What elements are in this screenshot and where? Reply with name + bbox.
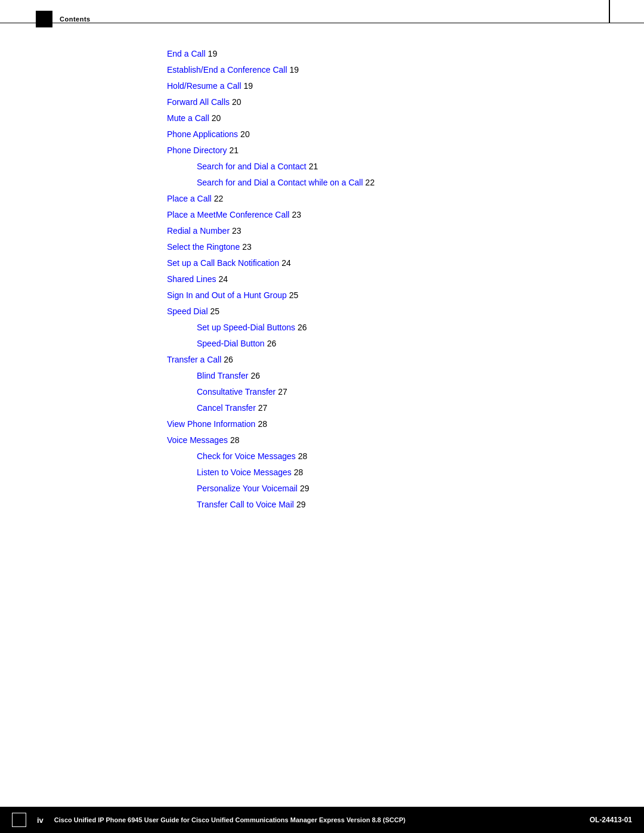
toc-page-listen-voice-messages: 28 (294, 467, 304, 477)
toc-link-establish-end-conference[interactable]: Establish/End a Conference Call (167, 65, 287, 75)
toc-link-sign-in-hunt[interactable]: Sign In and Out of a Hunt Group (167, 290, 287, 300)
toc-entry-phone-applications: Phone Applications20 (167, 128, 572, 141)
toc-page-shared-lines: 24 (219, 274, 228, 284)
toc-entry-select-ringtone: Select the Ringtone23 (167, 241, 572, 253)
toc-link-check-voice-messages[interactable]: Check for Voice Messages (197, 451, 296, 461)
toc-entry-search-dial-contact: Search for and Dial a Contact21 (197, 160, 572, 173)
toc-page-establish-end-conference: 19 (290, 65, 299, 75)
toc-entry-view-phone-info: View Phone Information28 (167, 418, 572, 431)
toc-link-personalize-voicemail[interactable]: Personalize Your Voicemail (197, 484, 298, 493)
toc-entry-check-voice-messages: Check for Voice Messages28 (197, 450, 572, 463)
toc-link-listen-voice-messages[interactable]: Listen to Voice Messages (197, 467, 292, 477)
toc-page-phone-directory: 21 (229, 145, 239, 155)
toc-page-voice-messages: 28 (230, 435, 240, 445)
toc-page-personalize-voicemail: 29 (300, 484, 309, 493)
toc-entry-voice-messages: Voice Messages28 (167, 434, 572, 447)
toc-link-place-meetme[interactable]: Place a MeetMe Conference Call (167, 210, 289, 219)
toc-page-check-voice-messages: 28 (298, 451, 308, 461)
toc-entry-transfer-a-call: Transfer a Call26 (167, 354, 572, 366)
toc-link-hold-resume[interactable]: Hold/Resume a Call (167, 81, 242, 91)
toc-page-place-a-call: 22 (214, 194, 224, 203)
footer-doc-number: OL-24413-01 (590, 816, 632, 824)
toc-entry-personalize-voicemail: Personalize Your Voicemail29 (197, 482, 572, 495)
toc-entry-blind-transfer: Blind Transfer26 (197, 370, 572, 382)
toc-page-speed-dial: 25 (210, 306, 220, 316)
toc-link-set-up-callback[interactable]: Set up a Call Back Notification (167, 258, 279, 268)
toc-entry-place-meetme: Place a MeetMe Conference Call23 (167, 209, 572, 221)
toc-page-mute-a-call: 20 (212, 113, 221, 123)
toc-entry-establish-end-conference: Establish/End a Conference Call19 (167, 64, 572, 76)
toc-page-blind-transfer: 26 (250, 371, 260, 380)
toc-link-shared-lines[interactable]: Shared Lines (167, 274, 216, 284)
toc-entry-redial-number: Redial a Number23 (167, 225, 572, 237)
toc-entry-speed-dial-button: Speed-Dial Button26 (197, 337, 572, 350)
toc-entry-consultative-transfer: Consultative Transfer27 (197, 386, 572, 398)
footer-document-title: Cisco Unified IP Phone 6945 User Guide f… (54, 816, 405, 823)
toc-entry-mute-a-call: Mute a Call20 (167, 112, 572, 125)
toc-entry-speed-dial: Speed Dial25 (167, 305, 572, 318)
toc-page-consultative-transfer: 27 (278, 387, 287, 397)
page-header: Contents (0, 11, 644, 27)
toc-page-redial-number: 23 (232, 226, 242, 236)
toc-page-search-dial-contact-oncall: 22 (366, 178, 375, 187)
toc-page-set-up-callback: 24 (281, 258, 291, 268)
toc-page-forward-all-calls: 20 (232, 97, 242, 107)
toc-link-transfer-a-call[interactable]: Transfer a Call (167, 355, 221, 364)
toc-page-sign-in-hunt: 25 (289, 290, 299, 300)
footer-page-number: iv (33, 815, 47, 826)
toc-entry-set-up-callback: Set up a Call Back Notification24 (167, 257, 572, 270)
toc-page-search-dial-contact: 21 (309, 162, 318, 171)
toc-entry-place-a-call: Place a Call22 (167, 193, 572, 205)
toc-link-search-dial-contact-oncall[interactable]: Search for and Dial a Contact while on a… (197, 178, 363, 187)
footer-black-square (12, 813, 26, 827)
toc-link-mute-a-call[interactable]: Mute a Call (167, 113, 209, 123)
toc-link-end-a-call[interactable]: End a Call (167, 49, 206, 58)
toc-entry-set-up-speed-dial: Set up Speed-Dial Buttons26 (197, 321, 572, 334)
toc-link-redial-number[interactable]: Redial a Number (167, 226, 230, 236)
toc-entry-sign-in-hunt: Sign In and Out of a Hunt Group25 (167, 289, 572, 302)
toc-page-cancel-transfer: 27 (258, 403, 268, 413)
toc-link-phone-directory[interactable]: Phone Directory (167, 145, 227, 155)
toc-link-voice-messages[interactable]: Voice Messages (167, 435, 228, 445)
toc-link-view-phone-info[interactable]: View Phone Information (167, 419, 255, 429)
toc-link-select-ringtone[interactable]: Select the Ringtone (167, 242, 240, 252)
toc-content: End a Call19Establish/End a Conference C… (167, 48, 572, 515)
toc-page-end-a-call: 19 (208, 49, 218, 58)
toc-page-transfer-a-call: 26 (224, 355, 233, 364)
toc-page-view-phone-info: 28 (258, 419, 267, 429)
page-container: Contents End a Call19Establish/End a Con… (0, 0, 644, 833)
toc-link-phone-applications[interactable]: Phone Applications (167, 129, 238, 139)
page-footer: iv Cisco Unified IP Phone 6945 User Guid… (0, 807, 644, 833)
toc-page-set-up-speed-dial: 26 (298, 323, 307, 332)
toc-link-speed-dial[interactable]: Speed Dial (167, 306, 208, 316)
toc-entry-listen-voice-messages: Listen to Voice Messages28 (197, 466, 572, 479)
footer-left: iv Cisco Unified IP Phone 6945 User Guid… (12, 813, 405, 827)
toc-entry-cancel-transfer: Cancel Transfer27 (197, 402, 572, 414)
toc-entry-search-dial-contact-oncall: Search for and Dial a Contact while on a… (197, 176, 572, 189)
toc-link-blind-transfer[interactable]: Blind Transfer (197, 371, 248, 380)
toc-entry-phone-directory: Phone Directory21 (167, 144, 572, 157)
toc-entry-transfer-voicemail: Transfer Call to Voice Mail29 (197, 498, 572, 511)
header-contents-label: Contents (60, 16, 91, 23)
toc-link-transfer-voicemail[interactable]: Transfer Call to Voice Mail (197, 500, 294, 509)
toc-page-place-meetme: 23 (292, 210, 301, 219)
toc-entry-forward-all-calls: Forward All Calls20 (167, 96, 572, 109)
toc-page-phone-applications: 20 (240, 129, 250, 139)
toc-page-select-ringtone: 23 (242, 242, 252, 252)
toc-link-cancel-transfer[interactable]: Cancel Transfer (197, 403, 256, 413)
toc-page-hold-resume: 19 (244, 81, 253, 91)
toc-link-speed-dial-button[interactable]: Speed-Dial Button (197, 339, 265, 348)
toc-link-search-dial-contact[interactable]: Search for and Dial a Contact (197, 162, 306, 171)
toc-link-set-up-speed-dial[interactable]: Set up Speed-Dial Buttons (197, 323, 295, 332)
toc-link-place-a-call[interactable]: Place a Call (167, 194, 212, 203)
toc-page-speed-dial-button: 26 (267, 339, 277, 348)
toc-page-transfer-voicemail: 29 (296, 500, 306, 509)
toc-entry-shared-lines: Shared Lines24 (167, 273, 572, 286)
toc-link-consultative-transfer[interactable]: Consultative Transfer (197, 387, 275, 397)
header-black-box (36, 11, 52, 27)
toc-entry-end-a-call: End a Call19 (167, 48, 572, 60)
toc-link-forward-all-calls[interactable]: Forward All Calls (167, 97, 230, 107)
toc-entry-hold-resume: Hold/Resume a Call19 (167, 80, 572, 92)
